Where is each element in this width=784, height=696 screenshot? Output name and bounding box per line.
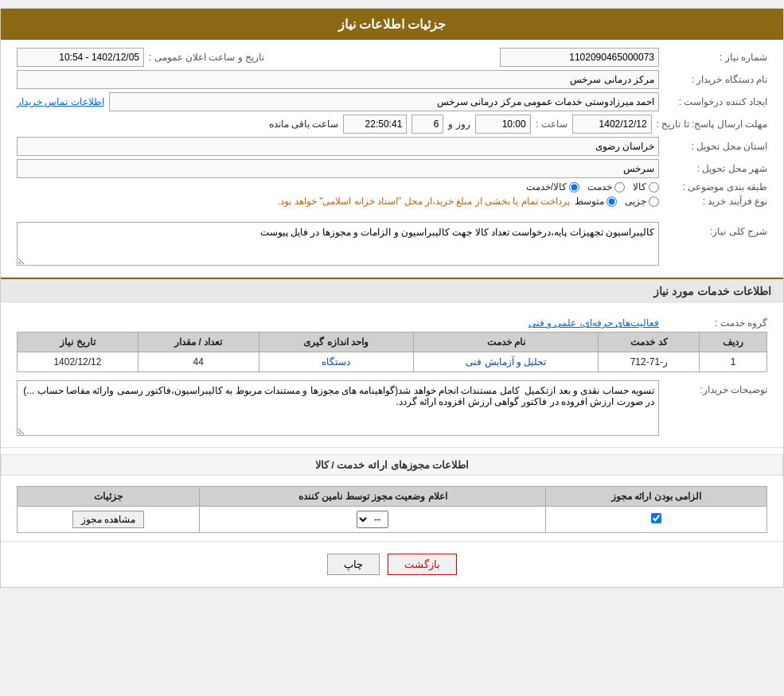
ettelaatTamas-link[interactable]: اطلاعات تماس خریدار [17,96,104,107]
cell-vahed: دستگاه [259,352,413,372]
tozihatKharidaar-textarea[interactable] [17,380,659,436]
col-radif: ردیف [700,332,767,352]
mojuz-col-joziyat: جزئیات [18,487,200,507]
ijadKonande-label: ایجاد کننده درخواست : [664,96,767,107]
page-title: جزئیات اطلاعات نیاز [338,17,447,31]
mojuz-col-elzami: الزامی بودن ارائه مجوز [546,487,767,507]
mohlatErsalSaat-label: ساعت : [536,119,568,130]
sharhKolliNiaz-label: شرح کلی نیاز: [664,222,767,237]
mojuz-eelam-cell: -- [200,507,546,533]
namDastgah-label: نام دستگاه خریدار : [664,74,767,85]
cell-namKhadamat: تحلیل و آزمایش فنی [413,352,598,372]
shahrTahvil-input [17,159,659,178]
mojuz-joziyat-cell: مشاهده مجوز [18,507,200,533]
tarikhSaatAelan-input [17,48,144,67]
mojuz-col-eelam: اعلام وضعیت مجوز توسط نامین کننده [200,487,546,507]
radio-kala-input[interactable] [649,182,659,192]
mohlatErsalCountdown-input [343,115,407,134]
shahrTahvil-label: شهر محل تحویل : [664,163,767,174]
cell-kodKhadamat: ر-71-712 [599,352,700,372]
radio-kala[interactable]: کالا [633,181,659,192]
mojuz-table: الزامی بودن ارائه مجوز اعلام وضعیت مجوز … [17,486,767,533]
etelaatMojuzha-title: اطلاعات مجوزهای ارائه خدمت / کالا [1,454,783,476]
table-row: -- مشاهده مجوز [18,507,767,533]
tabaqebandi-radio-group: کالا خدمت کالا/خدمت [526,181,659,192]
radio-motevaset-label: متوسط [575,196,604,207]
shomareNiaz-input [500,48,659,67]
cell-tarikh: 1402/12/12 [18,352,138,372]
radio-jazii-input[interactable] [649,196,659,207]
noeFarayand-label: نوع فرآیند خرید : [664,196,767,207]
back-button[interactable]: بازگشت [388,554,457,575]
grohKhadamat-label: گروه خدمت : [664,317,767,329]
radio-khadamat-label: خدمت [587,181,612,192]
radio-jazii[interactable]: جزیی [625,196,659,207]
col-vahed: واحد اندازه گیری [259,332,413,352]
radio-khadamat[interactable]: خدمت [587,181,625,192]
col-tarikh: تاریخ نیاز [18,332,138,352]
grohKhadamat-value[interactable]: فعالیت‌های حرفه‌ای، علمی و فنی [529,317,659,329]
sharhKolliNiaz-textarea[interactable] [17,222,659,266]
services-table: ردیف کد خدمت نام خدمت واحد اندازه گیری ت… [17,332,767,372]
noeFarayand-radio-group: جزیی متوسط [575,196,659,207]
mohlatErsalDate-input [572,115,652,134]
eelam-select[interactable]: -- [357,511,388,528]
mohlatErsalPasokh-label: مهلت ارسال پاسخ: تا تاریخ : [657,119,767,130]
mohlatErsalSaat-input [475,115,531,134]
radio-kalaKhadamat[interactable]: کالا/خدمت [526,181,579,192]
radio-kala-label: کالا [633,181,646,192]
print-button[interactable]: چاپ [327,554,380,575]
radio-motevaset-input[interactable] [607,196,617,207]
mojuz-elzami-cell [546,507,767,533]
table-row: 1 ر-71-712 تحلیل و آزمایش فنی دستگاه 44 … [18,352,767,372]
elzami-checkbox[interactable] [651,513,661,523]
col-namKhadamat: نام خدمت [413,332,598,352]
ostanTahvil-label: استان محل تحویل : [664,141,767,152]
tozihatKharidaar-label: توضیحات خریدار: [664,380,767,395]
mashahade-mojuz-button[interactable]: مشاهده مجوز [72,511,144,528]
etelaatKhadamat-title: اطلاعات خدمات مورد نیاز [1,278,783,303]
tarikhSaatAelan-label: تاریخ و ساعت اعلان عمومی : [149,52,264,63]
shomareNiaz-label: شماره نیاز : [664,52,767,63]
col-tedad: تعداد / مقدار [138,332,259,352]
cell-radif: 1 [700,352,767,372]
tabaqebandi-label: طبقه بندی موضوعی : [664,181,767,192]
button-bar: بازگشت چاپ [1,542,783,587]
radio-jazii-label: جزیی [625,196,646,207]
radio-kalaKhadamat-label: کالا/خدمت [526,181,567,192]
cell-tedad: 44 [138,352,259,372]
mohlatErsalRooz-input [412,115,443,134]
noeFarayand-note: پرداخت تمام یا بخشی از مبلغ خرید،از محل … [278,196,570,207]
radio-khadamat-input[interactable] [614,182,625,192]
radio-kalaKhadamat-input[interactable] [569,182,579,192]
ostanTahvil-input [17,137,659,156]
col-kodKhadamat: کد خدمت [599,332,700,352]
rooz-label: روز و [448,119,470,130]
ijadKonande-input [109,92,659,111]
namDastgah-input [17,70,659,89]
radio-motevaset[interactable]: متوسط [575,196,617,207]
countdown-label: ساعت باقی مانده [269,119,339,130]
page-header: جزئیات اطلاعات نیاز [1,9,783,40]
